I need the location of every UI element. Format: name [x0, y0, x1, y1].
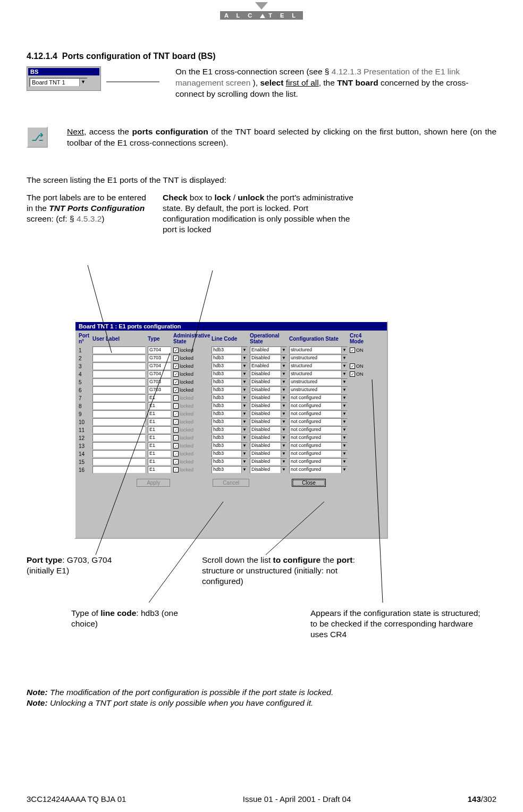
chevron-down-icon[interactable]: ▼ [341, 451, 347, 457]
user-label-input[interactable] [92, 410, 146, 418]
configuration-state-select[interactable]: not configured▼ [289, 418, 348, 426]
line-code-select[interactable]: hdb3▼ [212, 458, 248, 466]
chevron-down-icon[interactable]: ▼ [341, 411, 347, 417]
chevron-down-icon[interactable]: ▼ [341, 347, 347, 353]
user-label-input[interactable] [92, 418, 146, 426]
configuration-state-select[interactable]: not configured▼ [289, 426, 348, 434]
user-label-input[interactable] [92, 386, 146, 394]
chevron-down-icon[interactable]: ▼ [241, 419, 247, 425]
port-type-field[interactable]: G703 [148, 378, 171, 386]
user-label-input[interactable] [92, 458, 146, 466]
configuration-state-select[interactable]: not configured▼ [289, 394, 348, 402]
chevron-down-icon[interactable]: ▼ [241, 435, 247, 441]
user-label-input[interactable] [92, 394, 146, 402]
chevron-down-icon[interactable]: ▼ [341, 443, 347, 449]
port-type-field[interactable]: E1 [148, 402, 171, 410]
port-type-field[interactable]: E1 [148, 426, 171, 434]
line-code-select[interactable]: hdb3▼ [212, 370, 248, 378]
user-label-input[interactable] [92, 362, 146, 370]
adm-state-checkbox[interactable]: ✓ locked [173, 348, 209, 353]
line-code-select[interactable]: hdb3▼ [212, 386, 248, 394]
line-code-select[interactable]: hdb3▼ [212, 362, 248, 370]
chevron-down-icon[interactable]: ▼ [241, 363, 247, 369]
configuration-state-select[interactable]: not configured▼ [289, 442, 348, 450]
chevron-down-icon[interactable]: ▼ [341, 435, 347, 441]
port-type-field[interactable]: E1 [148, 442, 171, 450]
user-label-input[interactable] [92, 346, 146, 354]
chevron-down-icon[interactable]: ▼ [341, 427, 347, 433]
port-type-field[interactable]: G704 [148, 370, 171, 378]
chevron-down-icon[interactable]: ▼ [241, 347, 247, 353]
port-type-field[interactable]: E1 [148, 418, 171, 426]
chevron-down-icon[interactable]: ▼ [341, 419, 347, 425]
chevron-down-icon[interactable]: ▼ [241, 395, 247, 401]
port-type-field[interactable]: E1 [148, 410, 171, 418]
crc4-checkbox[interactable]: ✓ ON [350, 348, 374, 353]
chevron-down-icon[interactable]: ▼ [241, 355, 247, 361]
chevron-down-icon[interactable]: ▼ [341, 387, 347, 393]
line-code-select[interactable]: hdb3▼ [212, 466, 248, 473]
board-select[interactable]: Board TNT 1 ▼ [29, 78, 88, 87]
line-code-select[interactable]: hdb3▼ [212, 426, 248, 434]
user-label-input[interactable] [92, 426, 146, 434]
configuration-state-select[interactable]: unstructured▼ [289, 386, 348, 394]
configuration-state-select[interactable]: not configured▼ [289, 434, 348, 442]
chevron-down-icon[interactable]: ▼ [341, 363, 347, 369]
configuration-state-select[interactable]: structured▼ [289, 346, 348, 354]
port-type-field[interactable]: G703 [148, 386, 171, 394]
user-label-input[interactable] [92, 466, 146, 473]
port-type-field[interactable]: E1 [148, 450, 171, 458]
chevron-down-icon[interactable]: ▼ [341, 371, 347, 377]
apply-button[interactable]: Apply [137, 479, 170, 487]
user-label-input[interactable] [92, 442, 146, 450]
chevron-down-icon[interactable]: ▼ [341, 379, 347, 385]
port-type-field[interactable]: G704 [148, 346, 171, 354]
adm-state-checkbox[interactable]: ✓ locked [173, 356, 209, 361]
configuration-state-select[interactable]: not configured▼ [289, 402, 348, 410]
adm-state-checkbox[interactable]: ✓ locked [173, 371, 209, 377]
line-code-select[interactable]: hdb3▼ [212, 442, 248, 450]
close-button[interactable]: Close [292, 479, 326, 487]
line-code-select[interactable]: hdb3▼ [212, 346, 248, 354]
port-type-field[interactable]: G703 [148, 354, 171, 362]
port-type-field[interactable]: E1 [148, 458, 171, 466]
chevron-down-icon[interactable]: ▼ [241, 443, 247, 449]
ports-config-toolbar-icon[interactable]: ⎇ [27, 126, 48, 148]
adm-state-checkbox[interactable]: ✓ locked [173, 379, 209, 385]
chevron-down-icon[interactable]: ▼ [341, 395, 347, 401]
port-type-field[interactable]: E1 [148, 466, 171, 473]
cancel-button[interactable]: Cancel [213, 479, 249, 487]
user-label-input[interactable] [92, 370, 146, 378]
chevron-down-icon[interactable]: ▼ [241, 371, 247, 377]
chevron-down-icon[interactable]: ▼ [241, 411, 247, 417]
crc4-checkbox[interactable]: ✓ ON [350, 363, 374, 369]
chevron-down-icon[interactable]: ▼ [241, 451, 247, 457]
chevron-down-icon[interactable]: ▼ [341, 403, 347, 409]
user-label-input[interactable] [92, 434, 146, 442]
configuration-state-select[interactable]: not configured▼ [289, 466, 348, 473]
adm-state-checkbox[interactable]: ✓ locked [173, 363, 209, 369]
port-type-field[interactable]: G704 [148, 362, 171, 370]
user-label-input[interactable] [92, 450, 146, 458]
configuration-state-select[interactable]: not configured▼ [289, 410, 348, 418]
chevron-down-icon[interactable]: ▼ [241, 403, 247, 409]
line-code-select[interactable]: hdb3▼ [212, 394, 248, 402]
chevron-down-icon[interactable]: ▼ [241, 427, 247, 433]
configuration-state-select[interactable]: unstructured▼ [289, 354, 348, 362]
line-code-select[interactable]: hdb3▼ [212, 402, 248, 410]
chevron-down-icon[interactable]: ▼ [241, 379, 247, 385]
chevron-down-icon[interactable]: ▼ [341, 467, 347, 473]
chevron-down-icon[interactable]: ▼ [79, 79, 87, 86]
chevron-down-icon[interactable]: ▼ [241, 459, 247, 465]
line-code-select[interactable]: hdb3▼ [212, 354, 248, 362]
chevron-down-icon[interactable]: ▼ [341, 355, 347, 361]
line-code-select[interactable]: hdb3▼ [212, 418, 248, 426]
port-type-field[interactable]: E1 [148, 434, 171, 442]
user-label-input[interactable] [92, 354, 146, 362]
port-type-field[interactable]: E1 [148, 394, 171, 402]
chevron-down-icon[interactable]: ▼ [241, 467, 247, 473]
chevron-down-icon[interactable]: ▼ [241, 387, 247, 393]
line-code-select[interactable]: hdb3▼ [212, 378, 248, 386]
line-code-select[interactable]: hdb3▼ [212, 450, 248, 458]
crc4-checkbox[interactable]: ✓ ON [350, 371, 374, 377]
